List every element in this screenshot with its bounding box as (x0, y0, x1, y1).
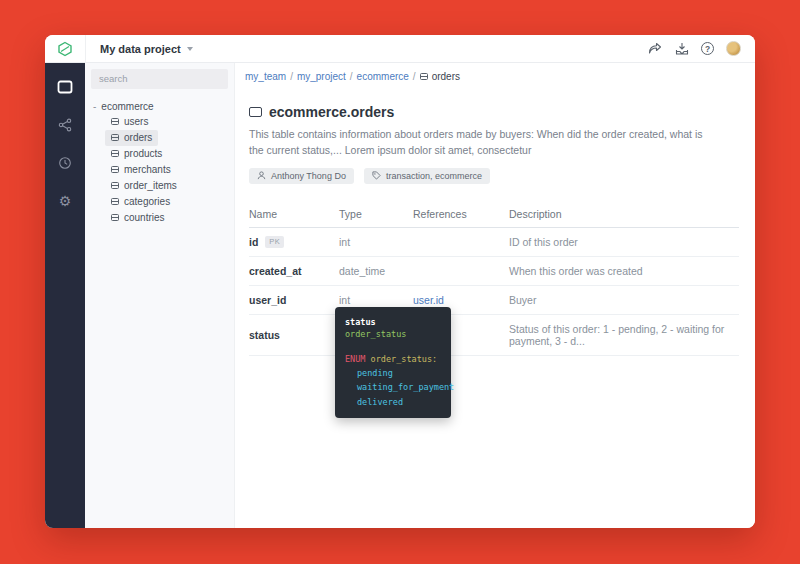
columns-table-header: Name Type References Description (249, 204, 739, 228)
owner-tag-label: Anthony Thong Do (271, 171, 346, 181)
tag-icon (372, 171, 381, 180)
table-row-id[interactable]: idPK int ID of this order (249, 228, 739, 257)
header-description: Description (509, 208, 739, 220)
user-icon (257, 171, 266, 180)
tags-row: Anthony Thong Do transaction, ecommerce (249, 168, 739, 184)
tooltip-signature-line: status order_status (345, 316, 441, 341)
table-row-user-id[interactable]: user_id int user.id Buyer (249, 286, 739, 315)
tree-item-label: categories (124, 196, 170, 207)
table-description: This table contains information about or… (249, 127, 711, 159)
column-description: When this order was created (509, 265, 739, 277)
breadcrumb-current-label: orders (432, 71, 460, 82)
breadcrumb-separator: / (413, 71, 416, 82)
table-icon (111, 182, 119, 189)
app-logo[interactable] (45, 41, 85, 57)
topbar-divider (85, 35, 86, 63)
tree-item-orders[interactable]: orders (105, 130, 158, 146)
column-name: id (249, 236, 258, 248)
tooltip-enum-value: delivered (345, 396, 441, 408)
tree-item-label: order_items (124, 180, 177, 191)
column-description: ID of this order (509, 236, 739, 248)
tree-item-products[interactable]: products (105, 146, 168, 162)
tree-item-label: countries (124, 212, 165, 223)
columns-table: Name Type References Description idPK in… (249, 204, 739, 356)
table-row-status[interactable]: status order_status Status of this order… (249, 315, 739, 356)
topic-tag-label: transaction, ecommerce (386, 171, 482, 181)
table-icon (111, 166, 119, 173)
tree-item-label: users (124, 116, 148, 127)
tree-node-ecommerce[interactable]: - ecommerce (91, 99, 228, 114)
table-icon (111, 118, 119, 125)
breadcrumb-current: orders (420, 71, 460, 82)
tree-item-label: products (124, 148, 162, 159)
column-name: status (249, 329, 280, 341)
tooltip-column-name: status (345, 317, 376, 327)
enum-type-tooltip: status order_status ENUM order_status: p… (335, 307, 451, 418)
export-icon[interactable] (674, 41, 689, 56)
table-icon (111, 198, 119, 205)
collapse-indicator[interactable]: - (93, 101, 96, 112)
tree-item-countries[interactable]: countries (105, 210, 171, 226)
settings-icon[interactable]: ⚙ (57, 193, 73, 209)
column-name: user_id (249, 294, 286, 306)
topbar-actions: ? (647, 41, 755, 56)
tooltip-enum-keyword: ENUM (345, 353, 365, 365)
tooltip-enum-name: order_status: (371, 354, 438, 364)
help-icon[interactable]: ? (701, 42, 714, 55)
header-type: Type (339, 208, 413, 220)
column-description: Status of this order: 1 - pending, 2 - w… (509, 323, 739, 347)
table-icon (111, 150, 119, 157)
main-content: my_team / my_project / ecommerce / order… (235, 63, 755, 528)
avatar[interactable] (726, 41, 741, 56)
breadcrumb-link-my-project[interactable]: my_project (297, 71, 346, 82)
tree-item-categories[interactable]: categories (105, 194, 176, 210)
breadcrumb-link-ecommerce[interactable]: ecommerce (357, 71, 409, 82)
schema-tree-panel: - ecommerce users orders products (85, 63, 235, 528)
tooltip-enum-value: waiting_for_payment (345, 381, 441, 393)
column-type: int (339, 294, 413, 306)
share-graph-icon[interactable] (57, 117, 73, 133)
breadcrumb-separator: / (290, 71, 293, 82)
tree-item-label: merchants (124, 164, 171, 175)
tooltip-column-type: order_status (345, 329, 406, 339)
breadcrumb-separator: / (350, 71, 353, 82)
tables-icon[interactable] (57, 79, 73, 95)
owner-tag[interactable]: Anthony Thong Do (249, 168, 354, 184)
column-type: date_time (339, 265, 413, 277)
table-icon (420, 73, 428, 80)
column-type: int (339, 236, 413, 248)
share-icon[interactable] (647, 41, 662, 56)
top-bar: My data project ? (45, 35, 755, 63)
breadcrumb: my_team / my_project / ecommerce / order… (235, 63, 755, 90)
tree-item-label: orders (124, 132, 152, 143)
tree-item-merchants[interactable]: merchants (105, 162, 177, 178)
page-title: ecommerce.orders (269, 104, 394, 120)
table-icon (111, 214, 119, 221)
nav-rail: ⚙ (45, 63, 85, 528)
app-window: My data project ? ⚙ (45, 35, 755, 528)
table-row-created-at[interactable]: created_at date_time When this order was… (249, 257, 739, 286)
reference-link[interactable]: user.id (413, 294, 444, 306)
table-icon (111, 134, 119, 141)
tree-root-label: ecommerce (101, 101, 153, 112)
chevron-down-icon[interactable] (187, 47, 193, 51)
logo-hexagon-icon (57, 41, 73, 57)
tree-item-users[interactable]: users (105, 114, 154, 130)
header-name: Name (249, 208, 339, 220)
breadcrumb-link-my-team[interactable]: my_team (245, 71, 286, 82)
pk-badge: PK (265, 236, 284, 248)
tooltip-enum-value: pending (345, 367, 441, 379)
schema-tree: - ecommerce users orders products (91, 99, 228, 226)
header-references: References (413, 208, 509, 220)
table-icon (249, 107, 262, 117)
tooltip-enum-line: ENUM order_status: (345, 346, 441, 365)
column-description: Buyer (509, 294, 739, 306)
project-title[interactable]: My data project (100, 43, 181, 55)
column-name: created_at (249, 265, 302, 277)
history-icon[interactable] (57, 155, 73, 171)
tree-item-order-items[interactable]: order_items (105, 178, 183, 194)
topic-tag[interactable]: transaction, ecommerce (364, 168, 490, 184)
search-input[interactable] (91, 69, 228, 89)
